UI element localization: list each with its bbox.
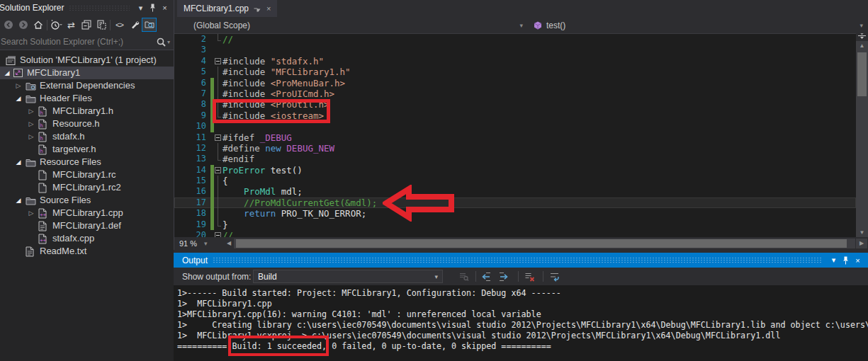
scope-dropdown[interactable]: (Global Scope) ▾ [174,17,528,33]
vertical-scroll-thumb[interactable] [857,52,867,96]
tree-item-stdafx-h[interactable]: ▷hstdafx.h [0,130,174,143]
tree-expander-icon[interactable]: ▷ [14,79,23,92]
tab-close-icon[interactable]: × [266,4,271,13]
output-title: Output [182,256,208,265]
line-number: 14 [174,165,210,176]
tree-item-resource-h[interactable]: ▷hResource.h [0,118,174,130]
code-line-8[interactable]: 8#include <ProUtil.h> [174,99,856,110]
fold-margin [214,143,222,154]
tree-item-source-files[interactable]: ◢Source Files [0,194,174,207]
tree-item-stdafx-cpp[interactable]: ++stdafx.cpp [0,232,174,245]
toggle-word-wrap-icon[interactable] [547,270,563,284]
tree-item-mfclibrary1-rc2[interactable]: MFCLibrary1.rc2 [0,181,174,194]
code-line-19[interactable]: 19} [174,219,856,230]
tree-item-label: Resource Files [40,156,101,168]
code-line-20[interactable]: 20// [174,230,856,237]
output-log[interactable]: 1>------ Build started: Project: MFCLibr… [174,285,868,361]
scroll-down-icon[interactable]: ▼ [856,228,868,237]
horizontal-scroll-thumb[interactable] [236,239,847,248]
forward-icon[interactable] [16,18,30,32]
output-source-dropdown[interactable]: Build ▾ [253,270,443,283]
tree-item-mfclibrary1[interactable]: ◢MFCLibrary1 [0,67,174,79]
close-icon[interactable]: × [159,2,171,13]
tree-item-mfclibrary1-h[interactable]: ▷hMFCLibrary1.h [0,105,174,118]
scroll-right-icon[interactable]: ▶ [856,239,867,248]
tree-expander-icon[interactable]: ▷ [27,130,35,143]
code-line-12[interactable]: 12#define new DEBUG_NEW [174,143,856,154]
code-line-10[interactable]: 10 [174,121,856,132]
fold-margin[interactable] [214,230,222,237]
code-line-4[interactable]: 4#include "stdafx.h" [174,56,856,67]
solution-explorer-title-bar[interactable]: Solution Explorer ▾ × [0,0,174,16]
find-message-in-code-icon[interactable] [456,270,471,284]
code-line-3[interactable]: 3 [174,45,856,55]
code-line-2[interactable]: 2// [174,34,856,45]
code-line-18[interactable]: 18 return PRO_TK_NO_ERROR; [174,208,856,219]
code-line-11[interactable]: 11#ifdef _DEBUG [174,132,856,143]
tree-item-mfclibrary1-def[interactable]: MFCLibrary1.def [0,219,174,232]
clear-all-icon[interactable] [522,270,537,284]
code-editor[interactable]: 2//34#include "stdafx.h"5#include "MFCLi… [174,34,856,237]
scroll-left-icon[interactable]: ◀ [224,239,234,248]
pin-icon[interactable] [840,255,852,266]
collapse-region-icon[interactable] [215,167,221,173]
tree-item-mfclibrary1-cpp[interactable]: ▷++MFCLibrary1.cpp [0,207,174,219]
fold-margin[interactable] [214,132,222,143]
member-dropdown[interactable]: test() ▾ [528,17,868,33]
home-icon[interactable] [30,18,45,32]
tree-expander-icon[interactable]: ◢ [3,67,11,79]
tree-expander-icon[interactable]: ◢ [14,194,23,207]
pin-icon[interactable] [147,2,159,13]
collapse-region-icon[interactable] [215,232,221,237]
tree-expander-icon[interactable]: ◢ [14,156,23,168]
collapse-region-icon[interactable] [215,134,221,141]
sync-with-active-document-icon[interactable]: ⇄ [64,18,79,32]
tree-item-solution-mfclibrary1-1-project[interactable]: Solution 'MFCLibrary1' (1 project) [0,54,174,67]
tab-pin-icon[interactable] [254,5,261,12]
file-h-icon: h [38,105,47,117]
tree-item-targetver-h[interactable]: htargetver.h [0,143,174,156]
next-message-icon[interactable] [496,270,512,284]
tree-item-external-dependencies[interactable]: ▷External Dependencies [0,79,174,92]
code-line-17[interactable]: 17 //ProMdlCurrentGet(&mdl); [174,197,856,208]
scroll-up-icon[interactable]: ▲ [856,41,868,50]
split-window-handle[interactable] [856,31,868,41]
show-all-files-icon[interactable] [94,18,108,32]
properties-wrench-icon[interactable] [127,18,142,32]
collapse-region-icon[interactable] [215,58,221,64]
close-icon[interactable]: × [852,255,864,266]
pending-changes-filter-icon[interactable] [49,18,64,32]
code-line-16[interactable]: 16 ProMdl mdl; [174,186,856,197]
window-position-icon[interactable]: ▾ [828,255,840,266]
search-icon[interactable]: ▾ [157,38,174,47]
tab-mfclibrary1-cpp[interactable]: MFCLibrary1.cpp × [177,0,277,17]
window-position-icon[interactable]: ▾ [135,2,147,13]
back-icon[interactable] [1,18,16,32]
fold-margin[interactable] [214,56,222,67]
code-line-6[interactable]: 6#include <ProMenuBar.h> [174,78,856,88]
view-code-icon[interactable]: <> [112,18,127,32]
code-line-13[interactable]: 13#endif [174,154,856,164]
tree-expander-icon[interactable]: ▷ [27,105,35,118]
previous-message-icon[interactable] [478,270,494,284]
code-line-5[interactable]: 5#include "MFCLibrary1.h" [174,67,856,77]
code-line-14[interactable]: 14ProError test() [174,165,856,176]
code-line-9[interactable]: 9#include <iostream> [174,110,856,121]
output-title-bar[interactable]: Output ▾ × [174,253,868,268]
tree-item-header-files[interactable]: ◢Header Files [0,92,174,105]
tree-expander-icon[interactable]: ▷ [27,118,35,130]
fold-margin[interactable] [214,165,222,176]
tree-item-resource-files[interactable]: ◢Resource Files [0,156,174,168]
preview-selected-items-icon[interactable] [142,18,157,32]
horizontal-scroll-track[interactable] [234,239,855,248]
zoom-level-dropdown[interactable]: 91 % ▾ [176,238,220,249]
code-line-15[interactable]: 15{ [174,176,856,186]
tree-item-mfclibrary1-rc[interactable]: MFCLibrary1.rc [0,168,174,181]
editor-vertical-scrollbar[interactable]: ▲ ▼ [856,31,868,237]
code-line-7[interactable]: 7#include <ProUICmd.h> [174,88,856,99]
tree-expander-icon[interactable]: ▷ [27,207,35,219]
tree-expander-icon[interactable]: ◢ [14,92,23,105]
tree-item-readme-txt[interactable]: ReadMe.txt [0,245,174,258]
solution-explorer-search[interactable]: Search Solution Explorer (Ctrl+;) ▾ [0,34,174,50]
collapse-all-icon[interactable] [79,18,94,32]
